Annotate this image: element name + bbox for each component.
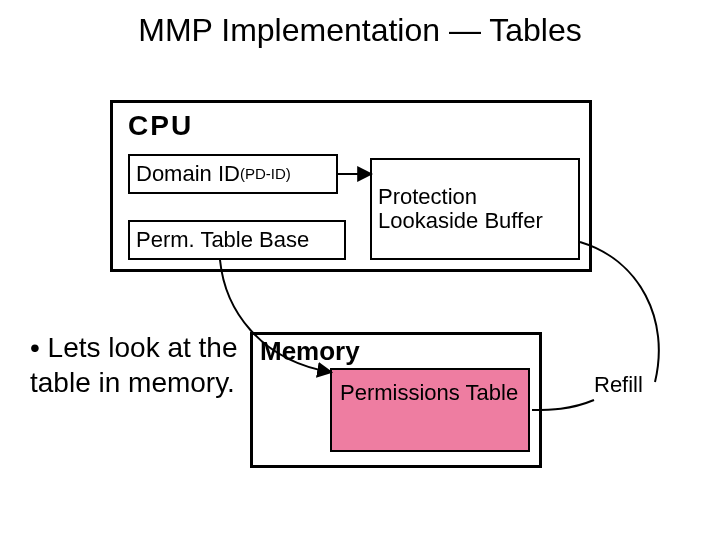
permissions-table-box: Permissions Table <box>330 368 530 452</box>
plb-box: Protection Lookaside Buffer <box>370 158 580 260</box>
permissions-table-label: Permissions Table <box>340 380 518 405</box>
refill-label: Refill <box>594 372 643 398</box>
cpu-label: CPU <box>128 110 193 142</box>
plb-label: Protection Lookaside Buffer <box>378 185 578 233</box>
perm-table-base-label: Perm. Table Base <box>136 228 309 252</box>
domain-id-box: Domain ID (PD-ID) <box>128 154 338 194</box>
slide-title: MMP Implementation — Tables <box>0 12 720 49</box>
pd-id-label: (PD-ID) <box>240 166 291 183</box>
bullet-text: Lets look at the table in memory. <box>30 330 240 400</box>
domain-id-label: Domain ID <box>136 162 240 186</box>
memory-label: Memory <box>260 336 360 367</box>
perm-table-base-box: Perm. Table Base <box>128 220 346 260</box>
